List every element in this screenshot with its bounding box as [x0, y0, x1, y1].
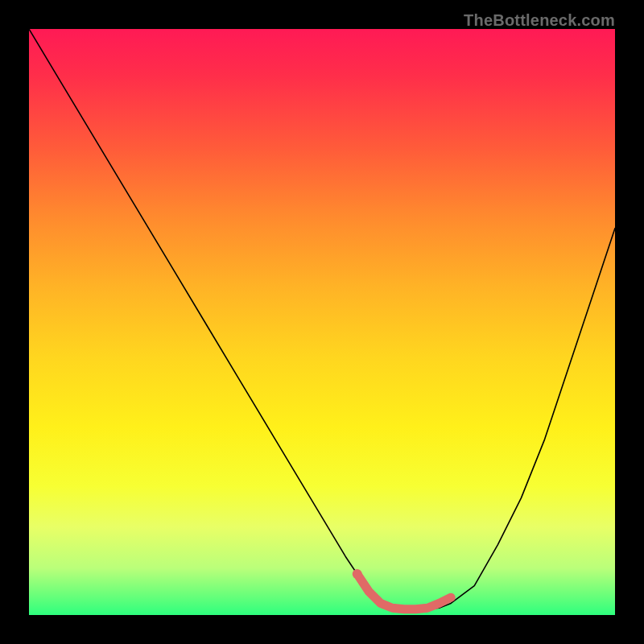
- bottleneck-curve-path: [29, 29, 615, 609]
- highlight-start-dot: [353, 569, 362, 579]
- watermark-text: TheBottleneck.com: [464, 11, 615, 30]
- highlight-segment-path: [357, 574, 451, 609]
- plot-area: [29, 29, 615, 615]
- curve-svg: [29, 29, 615, 615]
- chart-container: TheBottleneck.com: [0, 0, 644, 644]
